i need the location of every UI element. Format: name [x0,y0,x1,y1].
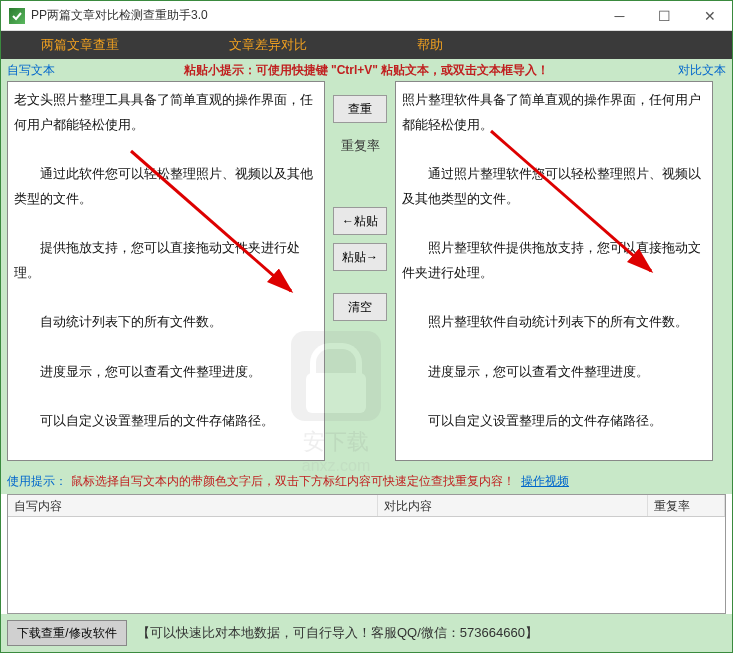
download-button[interactable]: 下载查重/修改软件 [7,620,127,646]
tab-diff-compare[interactable]: 文章差异对比 [229,36,307,54]
usage-label: 使用提示： [7,473,67,490]
tab-help[interactable]: 帮助 [417,36,443,54]
maximize-button[interactable]: ☐ [642,1,687,30]
tabbar: 两篇文章查重 文章差异对比 帮助 [1,31,732,59]
result-table: 自写内容 对比内容 重复率 [7,494,726,614]
result-header: 自写内容 对比内容 重复率 [8,495,725,517]
app-icon [9,8,25,24]
col-rate: 重复率 [648,495,725,516]
rate-label: 重复率 [341,137,380,155]
tutorial-video-link[interactable]: 操作视频 [521,473,569,490]
usage-text: 鼠标选择自写文本内的带颜色文字后，双击下方标红内容可快速定位查找重复内容！ [71,473,515,490]
own-text-panel[interactable]: 老文头照片整理工具具备了简单直观的操作界面，任何用户都能轻松使用。 通过此软件您… [7,81,325,461]
paste-hint: 粘贴小提示：可使用快捷键 "Ctrl+V" 粘贴文本，或双击文本框导入！ [65,62,668,79]
hint-row: 自写文本 粘贴小提示：可使用快捷键 "Ctrl+V" 粘贴文本，或双击文本框导入… [1,59,732,81]
close-button[interactable]: ✕ [687,1,732,30]
footer: 下载查重/修改软件 【可以快速比对本地数据，可自行导入！客服QQ/微信：5736… [1,614,732,652]
clear-button[interactable]: 清空 [333,293,387,321]
window-title: PP两篇文章对比检测查重助手3.0 [31,7,597,24]
titlebar: PP两篇文章对比检测查重助手3.0 ─ ☐ ✕ [1,1,732,31]
main-area: 老文头照片整理工具具备了简单直观的操作界面，任何用户都能轻松使用。 通过此软件您… [1,81,732,469]
footer-text: 【可以快速比对本地数据，可自行导入！客服QQ/微信：573664660】 [137,624,538,642]
result-body[interactable] [8,517,725,613]
left-text-label: 自写文本 [7,62,55,79]
compare-text-panel[interactable]: 照片整理软件具备了简单直观的操作界面，任何用户都能轻松使用。 通过照片整理软件您… [395,81,713,461]
tab-duplicate-check[interactable]: 两篇文章查重 [41,36,119,54]
paste-right-button[interactable]: 粘贴→ [333,243,387,271]
col-compare-content: 对比内容 [378,495,648,516]
usage-hint-row: 使用提示： 鼠标选择自写文本内的带颜色文字后，双击下方标红内容可快速定位查找重复… [1,469,732,494]
check-button[interactable]: 查重 [333,95,387,123]
minimize-button[interactable]: ─ [597,1,642,30]
center-controls: 查重 重复率 ←粘贴 粘贴→ 清空 [329,81,391,463]
col-own-content: 自写内容 [8,495,378,516]
right-text-label: 对比文本 [678,62,726,79]
paste-left-button[interactable]: ←粘贴 [333,207,387,235]
